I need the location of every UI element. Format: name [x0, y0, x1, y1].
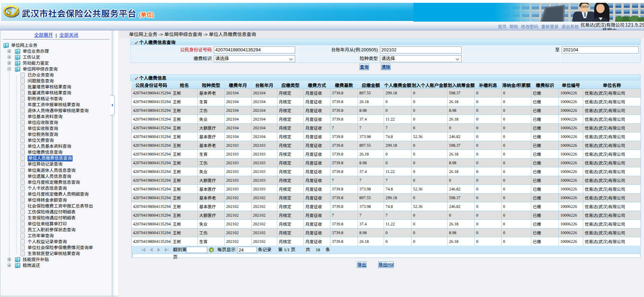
svg-text:S: S	[7, 6, 12, 17]
